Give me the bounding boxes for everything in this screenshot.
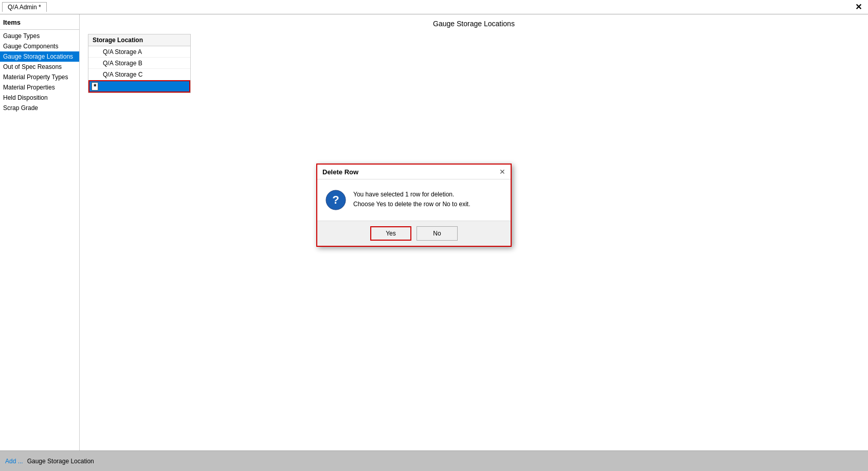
modal-overlay: Delete Row ✕ ? You have selected 1 row f…: [80, 14, 868, 450]
title-tab[interactable]: Q/A Admin *: [2, 2, 47, 12]
dialog-close-button[interactable]: ✕: [499, 168, 505, 176]
bottom-bar: Add ... Gauge Storage Location: [0, 450, 868, 471]
new-row-asterisk: *: [92, 82, 98, 90]
dialog-message-line2: Choose Yes to delete the row or No to ex…: [353, 200, 470, 209]
dialog-title: Delete Row: [322, 168, 358, 176]
svg-text:?: ?: [332, 193, 339, 206]
delete-row-dialog: Delete Row ✕ ? You have selected 1 row f…: [316, 164, 512, 247]
dialog-footer: Yes No: [317, 221, 511, 246]
sidebar-item-gauge-components[interactable]: Gauge Components: [0, 41, 79, 51]
sidebar-item-material-property-types[interactable]: Material Property Types: [0, 72, 79, 82]
close-button[interactable]: ✕: [851, 1, 866, 14]
bottom-entity-label: Gauge Storage Location: [27, 458, 94, 465]
sidebar-item-material-properties[interactable]: Material Properties: [0, 82, 79, 93]
storage-location-grid: Storage Location Q/A Storage AQ/A Storag…: [88, 34, 191, 93]
sidebar-items-container: Gauge TypesGauge ComponentsGauge Storage…: [0, 31, 79, 113]
sidebar: Items Gauge TypesGauge ComponentsGauge S…: [0, 14, 80, 450]
dialog-body: ? You have selected 1 row for deletion. …: [317, 179, 511, 221]
sidebar-item-held-disposition[interactable]: Held Disposition: [0, 93, 79, 103]
new-row[interactable]: *: [88, 80, 190, 93]
question-icon: ?: [326, 190, 346, 210]
new-row-input[interactable]: [100, 83, 187, 90]
grid-row[interactable]: Q/A Storage C: [88, 69, 190, 80]
sidebar-item-out-of-spec-reasons[interactable]: Out of Spec Reasons: [0, 62, 79, 72]
dialog-message: You have selected 1 row for deletion. Ch…: [353, 190, 470, 209]
add-link[interactable]: Add ...: [5, 458, 23, 465]
grid-column-header: Storage Location: [88, 34, 190, 46]
content-area: Gauge Storage Locations Storage Location…: [80, 14, 868, 450]
sidebar-header: Items: [0, 16, 79, 30]
content-title: Gauge Storage Locations: [88, 20, 860, 28]
dialog-titlebar: Delete Row ✕: [317, 165, 511, 179]
main-layout: Items Gauge TypesGauge ComponentsGauge S…: [0, 14, 868, 450]
title-bar: Q/A Admin * ✕: [0, 0, 868, 14]
grid-row[interactable]: Q/A Storage A: [88, 46, 190, 58]
dialog-message-line1: You have selected 1 row for deletion.: [353, 190, 470, 200]
grid-row[interactable]: Q/A Storage B: [88, 58, 190, 69]
no-button[interactable]: No: [417, 226, 458, 241]
sidebar-item-gauge-types[interactable]: Gauge Types: [0, 31, 79, 41]
yes-button[interactable]: Yes: [370, 226, 411, 241]
sidebar-item-scrap-grade[interactable]: Scrap Grade: [0, 103, 79, 113]
grid-rows-container: Q/A Storage AQ/A Storage BQ/A Storage C: [88, 46, 190, 80]
sidebar-item-gauge-storage-locations[interactable]: Gauge Storage Locations: [0, 51, 79, 62]
